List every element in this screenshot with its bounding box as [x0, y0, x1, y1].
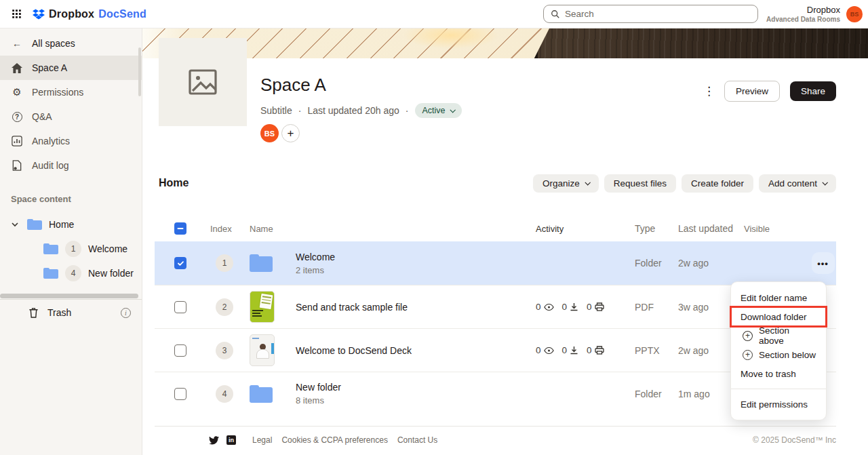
- menu-item-move-to-trash[interactable]: Move to trash: [731, 364, 826, 383]
- views-count: 0: [536, 345, 554, 355]
- tree-item-new-folder[interactable]: 4 New folder: [0, 261, 142, 285]
- twitter-icon[interactable]: [209, 436, 219, 445]
- plus-circle-icon: +: [743, 331, 753, 341]
- space-banner-image: [142, 28, 868, 58]
- file-detail: 8 items: [296, 395, 521, 405]
- request-files-button[interactable]: Request files: [604, 174, 676, 193]
- sidebar-item-audit-log[interactable]: Audit log: [0, 153, 142, 178]
- meta-separator: ·: [406, 105, 409, 116]
- menu-item-section-above[interactable]: + Section above: [731, 326, 826, 345]
- menu-item-edit-folder-name[interactable]: Edit folder name: [731, 288, 826, 307]
- add-content-button[interactable]: Add content: [759, 174, 836, 193]
- footer-link-cookies[interactable]: Cookies & CCPA preferences: [281, 435, 388, 445]
- column-header-name[interactable]: Name: [244, 224, 296, 234]
- space-actions: ⋮ Preview Share: [703, 81, 836, 102]
- column-header-last-updated[interactable]: Last updated: [670, 223, 742, 234]
- space-members: BS +: [260, 124, 462, 142]
- column-header-activity[interactable]: Activity: [521, 224, 623, 234]
- last-updated-text: Last updated 20h ago: [307, 105, 399, 116]
- meta-separator: ·: [298, 105, 302, 116]
- brand[interactable]: Dropbox DocSend: [33, 8, 146, 20]
- column-header-index[interactable]: Index: [206, 224, 244, 234]
- eye-icon: [544, 303, 554, 311]
- sidebar-item-trash[interactable]: Trash i: [0, 300, 142, 325]
- file-name[interactable]: New folder: [296, 382, 521, 393]
- brand-name: Dropbox: [49, 8, 94, 20]
- space-content-label: Space content: [11, 194, 131, 204]
- tree-item-welcome[interactable]: 1 Welcome: [0, 237, 142, 261]
- activity-cell: 0 0 0: [521, 302, 623, 312]
- copyright-text: © 2025 DocSend™ Inc: [753, 435, 836, 445]
- sidebar-item-label: Space A: [32, 62, 67, 73]
- kebab-menu-icon[interactable]: ⋮: [703, 89, 714, 94]
- add-member-button[interactable]: +: [281, 124, 300, 142]
- magnifier-icon: [551, 9, 560, 19]
- file-type: Folder: [623, 389, 670, 399]
- row-checkbox[interactable]: [174, 344, 186, 357]
- toolbar: Organize Request files Create folder Add…: [533, 174, 836, 193]
- question-circle-icon: ?: [11, 112, 23, 122]
- dropbox-logo-icon: [33, 9, 45, 20]
- file-name[interactable]: Send and track sample file: [296, 302, 521, 313]
- row-checkbox[interactable]: [174, 301, 186, 313]
- search-box[interactable]: [543, 5, 758, 23]
- sidebar-item-qa[interactable]: ? Q&A: [0, 104, 142, 129]
- sidebar-item-analytics[interactable]: Analytics: [0, 129, 142, 153]
- brand-product: DocSend: [98, 8, 146, 20]
- download-icon: [570, 346, 578, 355]
- account-text: Dropbox Advanced Data Rooms: [766, 5, 840, 23]
- index-badge: 4: [216, 385, 233, 403]
- share-button[interactable]: Share: [790, 81, 836, 101]
- linkedin-icon[interactable]: in: [226, 435, 236, 445]
- search-input[interactable]: [565, 9, 751, 19]
- folder-icon: [250, 385, 273, 403]
- file-name[interactable]: Welcome to DocSend Deck: [296, 345, 521, 356]
- index-badge: 3: [216, 342, 233, 359]
- preview-button[interactable]: Preview: [724, 81, 780, 102]
- pdf-thumbnail: [250, 291, 275, 323]
- menu-item-section-below[interactable]: + Section below: [731, 345, 826, 364]
- file-last-updated: 2w ago: [670, 258, 742, 269]
- deck-thumbnail: [250, 334, 275, 366]
- menu-divider: [731, 389, 826, 389]
- row-actions-menu-button[interactable]: •••: [812, 252, 835, 274]
- footer-link-contact[interactable]: Contact Us: [397, 435, 437, 445]
- index-badge: 1: [65, 241, 81, 257]
- tree-item-home[interactable]: Home: [0, 212, 142, 237]
- sidebar-item-space-a[interactable]: Space A: [0, 56, 142, 80]
- column-header-type[interactable]: Type: [623, 223, 670, 234]
- select-all-checkbox[interactable]: [174, 222, 186, 235]
- create-folder-button[interactable]: Create folder: [682, 174, 753, 193]
- sidebar-item-permissions[interactable]: ⚙ Permissions: [0, 80, 142, 104]
- footer-link-legal[interactable]: Legal: [252, 435, 272, 445]
- back-label: All spaces: [32, 38, 75, 49]
- tree-item-label: New folder: [88, 268, 134, 279]
- app-grid-icon[interactable]: [7, 5, 26, 24]
- table-row-welcome[interactable]: 1 Welcome 2 items Folder 2w ago •••: [155, 241, 836, 285]
- sidebar-back-all-spaces[interactable]: ← All spaces: [0, 31, 142, 56]
- vertical-scrollbar[interactable]: [138, 47, 141, 96]
- space-image-placeholder[interactable]: [159, 38, 247, 126]
- info-icon[interactable]: i: [121, 308, 131, 318]
- menu-item-edit-permissions[interactable]: Edit permissions: [731, 395, 826, 414]
- account-avatar[interactable]: BS: [846, 6, 863, 22]
- prints-count: 0: [587, 345, 604, 355]
- space-subtitle[interactable]: Subtitle: [260, 105, 292, 116]
- organize-button[interactable]: Organize: [533, 174, 599, 193]
- back-arrow-icon: ←: [11, 38, 23, 49]
- member-avatar[interactable]: BS: [260, 124, 279, 142]
- file-name[interactable]: Welcome: [296, 252, 521, 262]
- chevron-down-icon: [450, 107, 455, 113]
- file-type: Folder: [623, 258, 670, 269]
- chevron-down-icon[interactable]: [11, 220, 22, 229]
- status-badge[interactable]: Active: [415, 103, 462, 118]
- download-icon: [570, 302, 578, 311]
- row-checkbox[interactable]: [174, 388, 186, 400]
- column-header-visible[interactable]: Visible: [742, 224, 810, 234]
- row-context-menu: Edit folder name Download folder + Secti…: [730, 281, 827, 420]
- row-checkbox-checked[interactable]: [174, 257, 186, 269]
- horizontal-scrollbar[interactable]: [0, 294, 138, 298]
- index-badge: 4: [65, 265, 81, 281]
- printer-icon: [595, 346, 604, 355]
- menu-item-download-folder[interactable]: Download folder: [731, 307, 826, 326]
